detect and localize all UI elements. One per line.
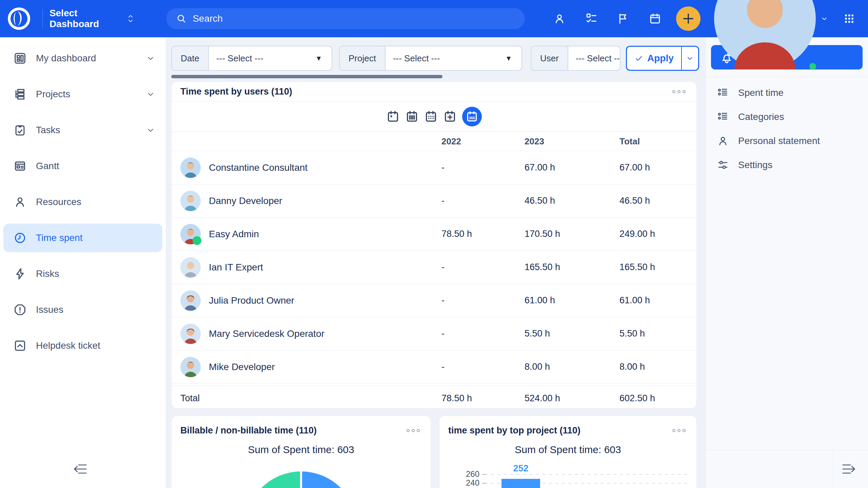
sidebar-item-projects[interactable]: Projects [3, 80, 162, 108]
cell-2023: 165.50 h [525, 262, 619, 272]
apps-grid-icon[interactable] [844, 13, 854, 25]
chevron-down-icon[interactable] [146, 90, 155, 99]
cell-2022: - [441, 262, 525, 272]
caret-down-icon: ▼ [505, 55, 514, 62]
divider [706, 77, 868, 77]
alert-octagon-icon [14, 303, 26, 316]
card-menu-button[interactable] [670, 88, 688, 95]
gridline-260: 260 [439, 474, 689, 475]
avatar [180, 357, 201, 377]
rightbar-footer [706, 450, 868, 488]
dashboard-selector[interactable]: Select Dashboard [50, 8, 134, 29]
expand-panel-icon[interactable] [841, 461, 857, 477]
week-view-icon[interactable] [405, 110, 419, 123]
chevron-down-icon[interactable] [821, 14, 828, 23]
y-tick: 240 [462, 478, 479, 488]
user-link[interactable]: Danny Developer [209, 196, 282, 206]
sidebar-item-issues[interactable]: Issues [3, 296, 162, 324]
period-view-switcher: 365 [172, 102, 696, 132]
sidebar-item-label: Helpdesk ticket [36, 340, 100, 351]
table-row: Mary Servicedesk Operator - 5.50 h 5.50 … [172, 317, 696, 350]
apply-button[interactable]: Apply [626, 46, 699, 71]
main-content: Date --- Select --- ▼ Project --- Select… [166, 37, 705, 488]
user-link[interactable]: Julia Product Owner [209, 295, 294, 306]
apply-button-label: Apply [647, 53, 674, 64]
flag-icon[interactable] [617, 13, 629, 25]
time-spent-by-users-card: Time spent by users (110) [171, 81, 697, 409]
chevron-down-icon[interactable] [146, 126, 155, 135]
card-menu-button[interactable] [405, 427, 422, 434]
bar-value-label: 252 [494, 463, 548, 474]
avatar [180, 257, 201, 278]
user-link[interactable]: Ian IT Expert [209, 262, 263, 273]
avatar [180, 324, 201, 344]
card-title: Billable / non-billable time (110) [180, 425, 317, 436]
total-label: Total [180, 393, 441, 404]
user-link[interactable]: Constantine Consultant [209, 162, 308, 173]
quarter-view-icon[interactable] [443, 110, 457, 123]
table-row: Julia Product Owner - 61.00 h 61.00 h [172, 284, 696, 317]
y-tick: 260 [462, 469, 479, 479]
table-row: Mike Developer - 8.00 h 8.00 h [172, 350, 696, 384]
user-filter[interactable]: User --- Select --- [531, 46, 620, 71]
user-link[interactable]: Easy Admin [209, 229, 259, 240]
user-link[interactable]: Mike Developer [209, 362, 275, 372]
rightbar-item-settings[interactable]: Settings [711, 153, 863, 177]
pie-slice-divider [300, 471, 302, 488]
horizontal-scrollbar[interactable] [171, 75, 442, 78]
bar [501, 479, 540, 488]
chevron-down-icon[interactable] [146, 54, 155, 63]
checklist-icon[interactable] [585, 13, 597, 25]
cell-total: 8.00 h [619, 362, 688, 372]
quick-add-button[interactable] [676, 6, 701, 31]
collapse-sidebar-icon[interactable] [72, 461, 88, 477]
sidebar-item-my-dashboard[interactable]: My dashboard [3, 44, 162, 73]
table-row: Constantine Consultant - 67.00 h 67.00 h [172, 151, 696, 184]
day-view-icon[interactable] [386, 110, 400, 123]
table-header-row: 2022 2023 Total [172, 132, 696, 151]
user-link[interactable]: Mary Servicedesk Operator [209, 328, 324, 339]
top-bar: Select Dashboard [0, 0, 868, 37]
sidebar-item-label: Tasks [36, 125, 60, 136]
sidebar-item-tasks[interactable]: Tasks [3, 116, 162, 144]
table-row: Ian IT Expert - 165.50 h 165.50 h [172, 251, 696, 284]
card-menu-button[interactable] [670, 427, 688, 434]
avatar [180, 290, 201, 311]
sidebar-item-label: My dashboard [36, 53, 96, 64]
sidebar-item-time-spent[interactable]: Time spent [3, 224, 162, 252]
dashboard-selector-label: Select Dashboard [50, 8, 118, 29]
sidebar-item-risks[interactable]: Risks [3, 260, 162, 288]
filter-bar: Date --- Select --- ▼ Project --- Select… [171, 46, 697, 71]
year-view-button-selected[interactable]: 365 [462, 107, 482, 126]
rightbar-item-categories[interactable]: Categories [711, 105, 863, 129]
total-2023: 524.00 h [525, 393, 619, 404]
app-logo[interactable] [7, 6, 31, 31]
cell-2023: 46.50 h [525, 196, 619, 206]
sidebar-item-label: Risks [36, 268, 59, 279]
current-user-avatar[interactable] [714, 0, 816, 69]
cell-total: 5.50 h [619, 328, 688, 339]
search-bar[interactable] [166, 8, 525, 29]
apply-options-button[interactable] [681, 47, 698, 70]
user-filter-select[interactable]: --- Select --- [568, 46, 620, 70]
rightbar-item-spent-time[interactable]: Spent time [711, 81, 863, 105]
project-filter-select[interactable]: --- Select --- ▼ [386, 46, 521, 70]
list-icon [717, 87, 729, 99]
cell-2022: - [441, 328, 525, 339]
rightbar-item-personal-statement[interactable]: Personal statement [711, 129, 863, 153]
date-filter[interactable]: Date --- Select --- ▼ [171, 46, 332, 71]
sidebar-item-resources[interactable]: Resources [3, 188, 162, 216]
sidebar-item-helpdesk-ticket[interactable]: Helpdesk ticket [3, 331, 162, 360]
box-arrow-up-icon [14, 339, 26, 352]
calendar-icon[interactable] [649, 13, 661, 25]
user-icon[interactable] [553, 13, 566, 25]
sidebar-item-gantt[interactable]: Gantt [3, 152, 162, 180]
chevron-updown-icon [127, 13, 134, 24]
project-filter[interactable]: Project --- Select --- ▼ [339, 46, 522, 71]
month-view-icon[interactable] [424, 110, 438, 123]
date-filter-select[interactable]: --- Select --- ▼ [209, 46, 332, 70]
search-input[interactable] [193, 13, 498, 24]
list-icon [717, 111, 729, 123]
cell-2022: - [441, 295, 525, 306]
user-filter-label: User [531, 46, 568, 70]
